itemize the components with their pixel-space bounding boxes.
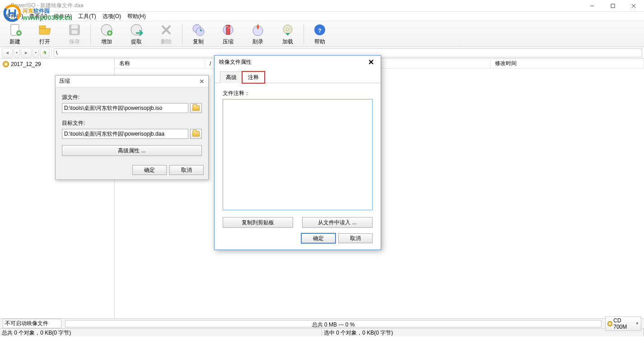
toolbar-save[interactable]: 保存 — [60, 21, 89, 47]
svg-rect-11 — [72, 30, 77, 34]
source-input[interactable] — [62, 103, 188, 113]
new-icon — [8, 23, 22, 37]
col-modified[interactable]: 修改时间 — [490, 59, 644, 68]
target-input[interactable] — [62, 129, 188, 139]
props-cancel-button[interactable]: 取消 — [338, 233, 373, 243]
nav-forward[interactable]: ► — [21, 48, 32, 58]
comment-label: 文件注释： — [223, 90, 373, 97]
statusbar-1: 不可启动映像文件 总共 0 MB --- 0 % CD 700M ▼ — [0, 318, 644, 328]
copy-clipboard-button[interactable]: 复制到剪贴板 — [223, 217, 293, 228]
burn-icon — [251, 23, 265, 37]
compress-title: 压缩 — [59, 77, 70, 85]
toolbar-burn[interactable]: 刻录 — [243, 21, 273, 47]
target-browse-button[interactable] — [190, 129, 202, 139]
svg-rect-10 — [71, 25, 78, 28]
compress-icon — [221, 23, 235, 37]
save-icon — [67, 23, 82, 37]
svg-rect-24 — [227, 26, 228, 27]
toolbar-extract[interactable]: 提取 — [121, 21, 151, 47]
menu-options[interactable]: 选项(O) — [100, 12, 124, 21]
delete-icon — [159, 23, 173, 37]
menubar: 文件(F) 查看(V) 操作(A) 工具(T) 选项(O) 帮助(H) — [0, 12, 644, 21]
status-total: 总共 0 个对象，0 KB(0 字节) — [0, 329, 322, 336]
toolbar-copy[interactable]: 复制 — [183, 21, 213, 47]
toolbar: 新建 打开 保存 增加 提取 删除 复制 压缩 刻录 加载 ?帮助 — [0, 21, 644, 47]
source-browse-button[interactable] — [190, 103, 202, 113]
compress-cancel-button[interactable]: 取消 — [169, 165, 204, 175]
properties-dialog: 映像文件属性 ✕ 高级 注释 文件注释： 复制到剪贴板 从文件中读入 ... 确… — [214, 55, 381, 250]
compress-ok-button[interactable]: 确定 — [132, 165, 167, 175]
load-from-file-button[interactable]: 从文件中读入 ... — [302, 217, 373, 228]
chevron-down-icon: ▼ — [635, 321, 639, 326]
mount-icon — [280, 23, 295, 37]
source-label: 源文件: — [62, 94, 202, 101]
props-title: 映像文件属性 — [219, 58, 252, 66]
nav-back[interactable]: ◄ — [2, 48, 13, 58]
help-icon: ? — [313, 23, 327, 37]
menu-help[interactable]: 帮助(H) — [125, 12, 149, 21]
close-button[interactable] — [623, 0, 644, 12]
maximize-button[interactable] — [602, 0, 623, 12]
watermark-logo — [2, 3, 23, 24]
statusbar-2: 总共 0 个对象，0 KB(0 字节) 选中 0 个对象，0 KB(0 字节) — [0, 328, 644, 336]
capacity-bar: 总共 0 MB --- 0 % — [65, 320, 602, 327]
tab-comment[interactable]: 注释 — [242, 71, 265, 83]
boot-status: 不可启动映像文件 — [3, 319, 61, 328]
extract-icon — [129, 23, 144, 37]
toolbar-open[interactable]: 打开 — [30, 21, 60, 47]
menu-action[interactable]: 操作(A) — [51, 12, 75, 21]
tree-root[interactable]: 2017_12_29 — [3, 61, 112, 68]
open-icon — [37, 23, 52, 37]
minimize-button[interactable] — [582, 0, 602, 12]
props-ok-button[interactable]: 确定 — [301, 233, 336, 243]
svg-text:?: ? — [318, 28, 321, 34]
menu-tools[interactable]: 工具(T) — [75, 12, 98, 21]
disc-icon — [3, 61, 9, 67]
tab-advanced[interactable]: 高级 — [220, 71, 243, 83]
folder-icon — [192, 105, 200, 111]
disc-icon — [607, 321, 612, 326]
status-selected: 选中 0 个对象，0 KB(0 字节) — [322, 329, 644, 336]
svg-rect-8 — [39, 26, 46, 28]
col-name[interactable]: 名称 — [115, 59, 205, 68]
toolbar-add[interactable]: 增加 — [92, 21, 121, 47]
menu-view[interactable]: 查看(V) — [27, 12, 50, 21]
target-label: 目标文件: — [62, 119, 202, 127]
toolbar-new[interactable]: 新建 — [0, 21, 30, 47]
svg-point-28 — [286, 28, 289, 31]
svg-rect-25 — [229, 28, 229, 28]
nav-up[interactable] — [40, 48, 50, 58]
nav-forward-dropdown[interactable]: ▾ — [33, 48, 39, 58]
copy-icon — [191, 23, 205, 37]
folder-icon — [192, 131, 200, 137]
props-close-icon[interactable]: ✕ — [365, 58, 376, 66]
compress-close-icon[interactable]: ✕ — [199, 78, 205, 85]
toolbar-delete[interactable]: 删除 — [151, 21, 181, 47]
nav-back-dropdown[interactable]: ▾ — [14, 48, 20, 58]
toolbar-mount[interactable]: 加载 — [273, 21, 303, 47]
comment-textarea[interactable] — [223, 99, 373, 210]
compress-dialog: 压缩 ✕ 源文件: 目标文件: 高级属性 ... 确定 取消 — [55, 75, 209, 180]
advanced-button[interactable]: 高级属性 ... — [62, 145, 202, 156]
svg-rect-1 — [611, 4, 615, 8]
toolbar-compress[interactable]: 压缩 — [213, 21, 243, 47]
toolbar-help[interactable]: ?帮助 — [305, 21, 335, 47]
add-icon — [99, 23, 114, 37]
